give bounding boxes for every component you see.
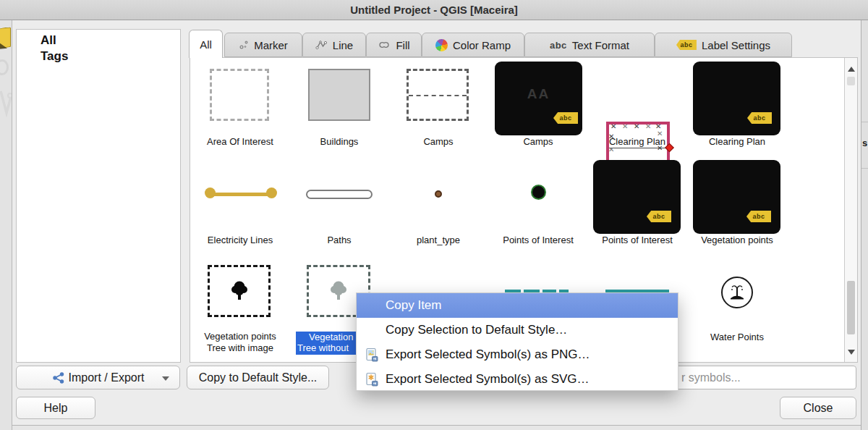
export-png-icon xyxy=(364,347,378,362)
menu-item-export-png[interactable]: Export Selected Symbol(s) as PNG… xyxy=(357,342,678,367)
symbol-item-area-of-interest[interactable] xyxy=(210,69,269,121)
filter-symbols-input[interactable] xyxy=(671,366,856,389)
abc-badge-icon: abc xyxy=(746,211,771,222)
help-button[interactable]: Help xyxy=(16,397,95,419)
menu-item-label: Export Selected Symbol(s) as PNG… xyxy=(386,347,590,362)
symbol-label-line1: Vegetation points xyxy=(190,331,291,342)
tab-all-label: All xyxy=(200,38,212,51)
x-hatch: ✕ xyxy=(610,123,616,130)
x-hatch: ✕ xyxy=(645,123,651,130)
symbol-label-line2: Tree with image xyxy=(190,342,291,354)
background-line-tool-icon xyxy=(0,88,12,117)
symbol-item-buildings[interactable] xyxy=(308,69,370,121)
tab-line[interactable]: Line xyxy=(302,33,366,57)
text-format-preview: AA xyxy=(495,86,582,102)
selected-label-line2: Tree without xyxy=(296,342,356,353)
abc-text-icon: abc xyxy=(550,40,567,51)
help-label: Help xyxy=(44,402,68,415)
export-svg-icon xyxy=(364,372,378,387)
symbol-item-tree-with-image[interactable] xyxy=(208,265,271,317)
symbol-label: Camps xyxy=(388,136,489,148)
electricity-endpoint xyxy=(266,187,277,198)
background-panel-divider xyxy=(861,122,868,122)
abc-badge-icon: abc xyxy=(553,112,578,124)
tag-item-tags[interactable]: Tags xyxy=(41,49,180,64)
import-export-label: Import / Export xyxy=(69,371,145,384)
close-button[interactable]: Close xyxy=(780,397,856,419)
scroll-up-arrow-icon[interactable] xyxy=(848,67,855,72)
context-menu: Copy Item Copy Selection to Default Styl… xyxy=(356,292,678,391)
tab-all[interactable]: All xyxy=(189,30,223,58)
symbol-item-paths[interactable] xyxy=(306,190,373,199)
selected-symbol-label[interactable]: Vegetation p Tree without xyxy=(296,332,356,355)
symbol-label: Points of Interest xyxy=(587,235,688,246)
symbol-label: Clearing Plan xyxy=(587,136,688,148)
menu-item-export-svg[interactable]: Export Selected Symbol(s) as SVG… xyxy=(357,367,678,392)
background-panel-divider xyxy=(861,168,868,169)
symbol-label: Water Points xyxy=(686,332,788,343)
background-yellow-tool-icon xyxy=(0,27,11,49)
symbol-item-water-points[interactable] xyxy=(721,277,753,308)
symbol-item-electricity-lines[interactable] xyxy=(205,187,277,201)
abc-badge-icon: abc xyxy=(747,112,772,124)
tab-fill[interactable]: Fill xyxy=(366,33,422,57)
symbol-label: Buildings xyxy=(289,136,390,148)
symbol-label: Clearing Plan xyxy=(686,136,788,148)
tab-text-format[interactable]: abc Text Format xyxy=(524,33,655,57)
line-symbol-icon xyxy=(315,40,328,50)
symbol-label: Paths xyxy=(289,235,390,246)
scrollbar-thumb[interactable] xyxy=(847,281,855,334)
tag-item-all[interactable]: All xyxy=(41,33,180,49)
background-toolbar-strip xyxy=(0,20,12,430)
menu-item-label: Copy Item xyxy=(386,298,441,313)
electricity-line xyxy=(210,193,272,196)
vertical-scrollbar[interactable] xyxy=(844,58,857,362)
x-hatch: ✕ xyxy=(622,123,628,130)
symbol-label: Points of Interest xyxy=(488,235,589,246)
color-wheel-icon xyxy=(435,39,448,51)
tab-marker[interactable]: Marker xyxy=(224,33,302,57)
tab-line-label: Line xyxy=(333,39,353,51)
window-title: Untitled Project - QGIS [Maceira] xyxy=(350,4,518,16)
abc-label-icon: abc xyxy=(676,40,697,50)
menu-item-copy-selection-default-style[interactable]: Copy Selection to Default Style… xyxy=(357,318,678,342)
symbol-label: plant_type xyxy=(388,235,489,246)
tab-fill-label: Fill xyxy=(396,39,409,51)
symbol-label: Camps xyxy=(488,136,589,148)
style-manager-screen: Untitled Project - QGIS [Maceira] s All … xyxy=(0,0,868,430)
background-panel-strip xyxy=(861,20,868,430)
symbol-item-camps-fill[interactable] xyxy=(407,69,469,121)
symbol-item-camps-text[interactable]: AA abc xyxy=(495,62,582,135)
copy-to-default-style-button[interactable]: Copy to Default Style... xyxy=(187,366,329,389)
marker-dots-icon xyxy=(239,40,249,50)
menu-item-copy-item[interactable]: Copy Item xyxy=(357,293,678,318)
dropdown-caret-icon xyxy=(162,376,169,381)
selected-label-line1: Vegetation p xyxy=(296,332,356,342)
copy-to-default-style-label: Copy to Default Style... xyxy=(199,371,318,384)
menu-item-label: Export Selected Symbol(s) as SVG… xyxy=(386,372,590,387)
camps-divider-line xyxy=(409,95,467,96)
window-titlebar: Untitled Project - QGIS [Maceira] xyxy=(0,0,868,20)
symbol-item-vegetation-points-text[interactable]: abc xyxy=(693,160,780,234)
symbol-item-points-of-interest-marker[interactable] xyxy=(531,185,546,200)
symbol-item-clearing-plan-text[interactable]: abc xyxy=(693,62,780,135)
symbol-item-points-of-interest-text[interactable]: abc xyxy=(593,160,681,234)
scrollbar-segment xyxy=(847,77,855,85)
tab-color-ramp[interactable]: Color Ramp xyxy=(422,33,524,57)
menu-item-label: Copy Selection to Default Style… xyxy=(386,323,567,337)
background-undo-icon xyxy=(0,59,9,75)
abc-badge-icon: abc xyxy=(647,211,671,222)
fill-symbol-icon xyxy=(378,40,391,50)
symbol-label: Electricity Lines xyxy=(190,235,291,246)
tree-icon xyxy=(230,280,249,302)
tab-label-settings[interactable]: abc Label Settings xyxy=(655,33,792,57)
tab-marker-label: Marker xyxy=(254,39,288,51)
x-hatch: ✕ xyxy=(634,123,639,130)
scroll-down-arrow-icon[interactable] xyxy=(848,350,855,355)
tree-icon xyxy=(329,280,348,302)
close-label: Close xyxy=(804,402,833,415)
symbol-item-plant-type[interactable] xyxy=(435,190,442,198)
symbol-label: Vegetation points xyxy=(686,235,788,246)
import-export-button[interactable]: Import / Export xyxy=(16,366,180,389)
tab-text-format-label: Text Format xyxy=(572,39,629,51)
